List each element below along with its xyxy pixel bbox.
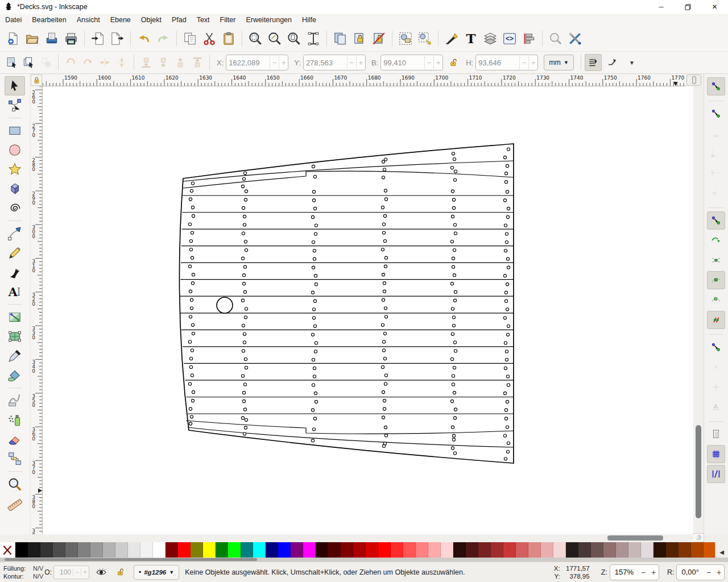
x-increment-button[interactable]: + <box>279 56 288 69</box>
gradient-tool[interactable] <box>5 307 25 327</box>
duplicate-button[interactable] <box>330 29 350 48</box>
height-increment-button[interactable]: + <box>528 56 537 69</box>
color-swatch[interactable] <box>65 542 78 558</box>
color-swatch[interactable] <box>228 542 241 558</box>
lock-dimensions-toggle[interactable] <box>445 54 462 71</box>
tweak-tool[interactable] <box>5 391 25 410</box>
restore-button[interactable] <box>675 0 701 14</box>
zoom-increment-button[interactable]: + <box>648 568 659 577</box>
zoom-width-button[interactable] <box>304 29 323 48</box>
color-swatch[interactable] <box>391 542 403 558</box>
connector-tool[interactable] <box>5 449 25 468</box>
open-button[interactable] <box>23 29 42 48</box>
snap-bbox-button[interactable] <box>707 105 725 123</box>
y-input[interactable] <box>304 56 347 69</box>
select-all-layers-button[interactable] <box>20 54 38 71</box>
color-swatch[interactable] <box>191 542 203 558</box>
group-button[interactable] <box>396 29 415 48</box>
canvas[interactable] <box>43 86 693 534</box>
spray-tool[interactable] <box>5 410 25 430</box>
menu-objekt[interactable]: Objekt <box>136 14 167 26</box>
opacity-value[interactable]: 100 <box>54 568 73 576</box>
width-input[interactable] <box>381 56 424 69</box>
snap-others-button[interactable] <box>707 338 725 356</box>
rotation-value[interactable]: 0,00° <box>677 568 704 576</box>
calligraphy-tool[interactable] <box>5 263 25 282</box>
opacity-decrement-button[interactable]: − <box>73 568 81 576</box>
color-swatch[interactable] <box>90 542 103 558</box>
color-swatch[interactable] <box>503 542 516 558</box>
unit-dropdown[interactable]: mm ▼ <box>544 55 574 70</box>
palette-scrollbar-thumb[interactable] <box>5 558 257 561</box>
width-decrement-button[interactable]: − <box>424 56 433 69</box>
print-button[interactable] <box>61 29 81 48</box>
ellipse-tool[interactable] <box>5 140 25 160</box>
pencil-tool[interactable] <box>5 243 25 263</box>
fill-stroke-indicator[interactable]: Füllung:N/V Kontur:N/V <box>3 564 43 580</box>
zoom-selection-button[interactable] <box>246 29 265 48</box>
rectangle-tool[interactable] <box>5 121 25 140</box>
y-decrement-button[interactable]: − <box>347 56 356 69</box>
snap-paths-button[interactable] <box>707 231 725 250</box>
vertical-ruler[interactable]: 2602702802903003103203303403503603703803… <box>31 86 43 534</box>
color-swatch[interactable] <box>291 542 303 558</box>
color-swatch[interactable] <box>378 542 391 558</box>
measure-tool[interactable] <box>5 494 25 513</box>
snap-nodes-button[interactable] <box>707 211 725 230</box>
horizontal-ruler[interactable]: 1590160016101620163016401650166016701680… <box>43 74 686 86</box>
color-swatch[interactable] <box>704 542 716 558</box>
paste-button[interactable] <box>219 29 238 48</box>
rotation-increment-button[interactable]: + <box>714 568 724 577</box>
color-swatch[interactable] <box>40 542 53 558</box>
color-swatch[interactable] <box>366 542 378 558</box>
zoom-page-button[interactable] <box>284 29 304 48</box>
box3d-tool[interactable] <box>5 179 25 198</box>
menu-filter[interactable]: Filter <box>215 14 241 26</box>
color-swatch[interactable] <box>28 542 40 558</box>
height-decrement-button[interactable]: − <box>519 56 528 69</box>
color-swatch[interactable] <box>653 542 666 558</box>
menu-pfad[interactable]: Pfad <box>167 14 192 26</box>
zoom-decrement-button[interactable]: − <box>638 568 648 577</box>
vertical-scrollbar-thumb[interactable] <box>696 425 701 518</box>
export-button[interactable] <box>107 29 127 48</box>
zoom-drawing-button[interactable] <box>265 29 284 48</box>
color-swatch[interactable] <box>328 542 341 558</box>
color-swatch[interactable] <box>53 542 65 558</box>
node-tool[interactable] <box>5 95 25 115</box>
color-swatch[interactable] <box>103 542 115 558</box>
layer-visibility-eye-icon[interactable] <box>94 565 109 580</box>
snap-page-border-button[interactable] <box>707 425 725 443</box>
horizontal-scrollbar[interactable] <box>0 534 693 542</box>
color-swatch[interactable] <box>241 542 253 558</box>
swatch-none[interactable] <box>0 542 15 558</box>
minimize-button[interactable]: ─ <box>648 0 675 14</box>
pen-tool[interactable] <box>5 224 25 243</box>
color-swatch[interactable] <box>316 542 328 558</box>
color-swatch[interactable] <box>478 542 491 558</box>
color-swatch[interactable] <box>416 542 428 558</box>
color-swatch[interactable] <box>528 542 541 558</box>
align-button[interactable] <box>519 29 539 48</box>
height-input[interactable] <box>476 56 519 69</box>
mesh-tool[interactable] <box>5 327 25 346</box>
fill-stroke-button[interactable] <box>442 29 461 48</box>
xml-editor-button[interactable]: <> <box>500 29 519 48</box>
transform-stroke-button[interactable] <box>585 54 602 71</box>
color-swatch[interactable] <box>441 542 453 558</box>
color-swatch[interactable] <box>691 542 704 558</box>
eraser-tool[interactable] <box>5 430 25 449</box>
color-swatch[interactable] <box>591 542 603 558</box>
menu-hilfe[interactable]: Hilfe <box>297 14 321 26</box>
color-swatch[interactable] <box>140 542 153 558</box>
text-dialog-button[interactable]: T <box>461 29 481 48</box>
menu-datei[interactable]: Datei <box>0 14 27 26</box>
snap-cusp-nodes-button[interactable] <box>707 271 725 289</box>
color-swatch[interactable] <box>616 542 628 558</box>
guide-lock-toggle[interactable] <box>31 74 42 86</box>
undo-button[interactable] <box>134 29 154 48</box>
color-swatch[interactable] <box>428 542 441 558</box>
color-swatch[interactable] <box>491 542 503 558</box>
snap-grids-button[interactable] <box>707 445 725 463</box>
text-tool[interactable]: A <box>5 282 25 301</box>
